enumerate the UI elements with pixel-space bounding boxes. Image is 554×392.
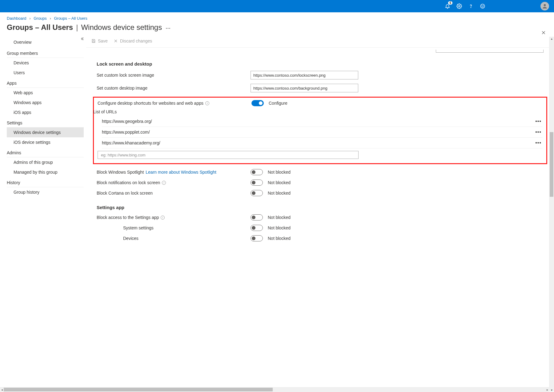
sidebar-item-users[interactable]: Users bbox=[7, 68, 84, 78]
section-lock-desktop: Lock screen and desktop bbox=[97, 61, 544, 67]
label-lock-image: Set custom lock screen image bbox=[97, 73, 251, 78]
sidebar-item-windows-settings[interactable]: Windows device settings bbox=[7, 127, 84, 137]
url-item-menu-icon[interactable]: ••• bbox=[535, 129, 543, 135]
sidebar-item-ios-settings[interactable]: iOS device settings bbox=[7, 137, 84, 147]
info-icon[interactable]: i bbox=[161, 216, 165, 220]
toggle-block-spotlight[interactable] bbox=[251, 169, 263, 175]
scrollbar-thumb[interactable] bbox=[4, 388, 273, 391]
top-bar: 6 bbox=[0, 0, 554, 12]
label-block-spotlight: Block Windows Spotlight Learn more about… bbox=[97, 170, 251, 175]
svg-rect-6 bbox=[93, 41, 94, 42]
user-avatar[interactable] bbox=[540, 2, 549, 10]
label-block-notifications: Block notifications on lock screen i bbox=[97, 180, 251, 185]
svg-point-0 bbox=[459, 6, 460, 7]
scrollbar-thumb[interactable] bbox=[550, 132, 553, 197]
sidebar-item-devices[interactable]: Devices bbox=[7, 58, 84, 68]
url-item: https://www.khanacademy.org/ ••• bbox=[102, 138, 543, 148]
clipped-field[interactable] bbox=[436, 50, 544, 53]
notification-badge: 6 bbox=[448, 1, 452, 5]
label-block-settings-app: Block access to the Settings app i bbox=[97, 215, 251, 220]
sidebar-item-windows-apps[interactable]: Windows apps bbox=[7, 98, 84, 107]
toggle-configure-shortcuts[interactable] bbox=[251, 100, 264, 106]
label-devices-settings: Devices bbox=[97, 236, 251, 241]
title-more-icon[interactable]: ⋯ bbox=[166, 25, 171, 31]
svg-point-2 bbox=[480, 4, 485, 8]
label-configure-shortcuts: Configure desktop shortcuts for websites… bbox=[98, 101, 251, 106]
label-list-urls: List of URLs bbox=[93, 109, 543, 114]
sidebar-section-apps: Apps bbox=[7, 78, 84, 88]
url-item: https://www.geogebra.org/ ••• bbox=[102, 116, 543, 127]
command-bar: Save Discard changes bbox=[86, 37, 554, 48]
svg-point-4 bbox=[483, 6, 484, 6]
sidebar-section-admins: Admins bbox=[7, 147, 84, 157]
svg-point-5 bbox=[544, 4, 546, 6]
url-item-menu-icon[interactable]: ••• bbox=[535, 119, 543, 124]
save-button[interactable]: Save bbox=[91, 38, 108, 43]
sidebar-section-settings: Settings bbox=[7, 117, 84, 127]
sidebar-item-admins-of[interactable]: Admins of this group bbox=[7, 157, 84, 167]
sidebar-item-group-history[interactable]: Group history bbox=[7, 187, 84, 197]
feedback-smile-icon[interactable] bbox=[480, 3, 486, 9]
breadcrumb: Dashboard › Groups › Groups – All Users bbox=[7, 16, 547, 21]
input-desktop-image[interactable] bbox=[251, 84, 358, 92]
svg-point-1 bbox=[471, 7, 471, 8]
label-block-cortana: Block Cortana on lock screen bbox=[97, 191, 251, 196]
info-icon[interactable]: i bbox=[162, 181, 166, 185]
sidebar: Overview Group members Devices Users App… bbox=[0, 37, 86, 392]
link-spotlight-learn-more[interactable]: Learn more about Windows Spotlight bbox=[146, 170, 216, 175]
toggle-block-notifications[interactable] bbox=[251, 180, 263, 186]
label-desktop-image: Set custom desktop image bbox=[97, 86, 251, 91]
breadcrumb-groups[interactable]: Groups bbox=[34, 16, 47, 21]
input-add-url[interactable] bbox=[98, 151, 359, 159]
sidebar-item-web-apps[interactable]: Web apps bbox=[7, 88, 84, 98]
close-blade-button[interactable] bbox=[541, 30, 546, 36]
url-item: https://www.popplet.com/ ••• bbox=[102, 127, 543, 138]
url-item-menu-icon[interactable]: ••• bbox=[535, 140, 543, 146]
sidebar-section-history: History bbox=[7, 177, 84, 187]
sidebar-section-members: Group members bbox=[7, 48, 84, 58]
toggle-block-cortana[interactable] bbox=[251, 190, 263, 196]
section-settings-app: Settings app bbox=[97, 205, 544, 210]
notifications-icon[interactable]: 6 bbox=[444, 3, 451, 9]
label-system-settings: System settings bbox=[97, 225, 251, 230]
breadcrumb-current[interactable]: Groups – All Users bbox=[54, 16, 87, 21]
sidebar-item-overview[interactable]: Overview bbox=[7, 37, 84, 48]
toggle-devices-settings[interactable] bbox=[251, 235, 263, 241]
discard-button[interactable]: Discard changes bbox=[113, 38, 152, 43]
collapse-sidebar-icon[interactable] bbox=[80, 37, 84, 42]
vertical-scrollbar[interactable]: ▴ ▾ bbox=[549, 37, 554, 392]
toggle-block-settings-app[interactable] bbox=[251, 214, 263, 220]
blade-header: Dashboard › Groups › Groups – All Users … bbox=[0, 12, 554, 37]
info-icon[interactable]: i bbox=[205, 101, 209, 105]
highlight-shortcuts-box: Configure desktop shortcuts for websites… bbox=[93, 97, 547, 164]
breadcrumb-dashboard[interactable]: Dashboard bbox=[7, 16, 26, 21]
horizontal-scrollbar[interactable]: ◂ ▸ bbox=[0, 387, 549, 392]
svg-point-3 bbox=[482, 6, 482, 6]
input-lock-image[interactable] bbox=[251, 71, 358, 79]
help-icon[interactable] bbox=[468, 3, 474, 9]
settings-gear-icon[interactable] bbox=[456, 3, 462, 9]
page-title: Groups – All Users | Windows device sett… bbox=[7, 23, 171, 32]
content-pane: Save Discard changes Lock screen and des… bbox=[86, 37, 554, 392]
sidebar-item-managed-by[interactable]: Managed by this group bbox=[7, 167, 84, 177]
url-list: https://www.geogebra.org/ ••• https://ww… bbox=[102, 116, 543, 159]
toggle-system-settings[interactable] bbox=[251, 225, 263, 231]
sidebar-item-ios-apps[interactable]: iOS apps bbox=[7, 107, 84, 117]
toggle-configure-label: Configure bbox=[269, 101, 287, 106]
